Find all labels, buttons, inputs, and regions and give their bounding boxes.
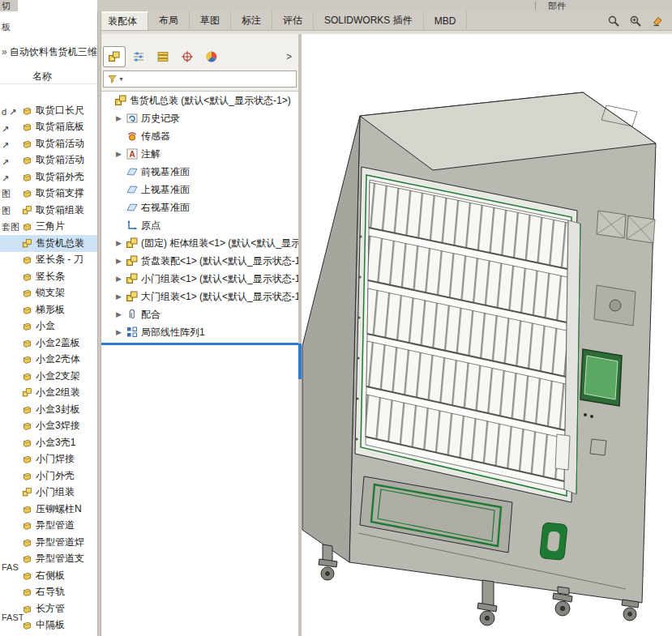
part-icon (22, 305, 32, 315)
tab-layout[interactable]: 布局 (148, 11, 190, 30)
propertymanager-tab[interactable] (127, 46, 150, 67)
file-name: 取货口长尺 (36, 104, 84, 117)
name-column-header[interactable]: 名称 (0, 68, 97, 84)
file-list-item[interactable]: 中隔板 (0, 617, 97, 634)
feature-tree-item[interactable]: ▶配合 (101, 305, 298, 323)
file-list-item[interactable]: 取货箱活动 (0, 152, 97, 169)
door-handle[interactable] (540, 523, 567, 561)
file-list-item[interactable]: 小门外壳 (0, 467, 97, 484)
origin-icon (126, 219, 139, 232)
expand-arrow[interactable]: ▶ (116, 328, 126, 336)
panel-splitter-left[interactable] (97, 11, 101, 636)
feature-tree-item[interactable]: ▶大门组装<1> (默认<默认_显示状态-1>) (101, 288, 298, 305)
button-dot[interactable] (584, 413, 587, 416)
file-list-item[interactable]: 小盒2盖板 (0, 335, 97, 352)
file-list-item[interactable]: 取货箱外壳 (0, 169, 97, 186)
expand-arrow[interactable]: ▶ (116, 150, 126, 158)
file-list-item[interactable]: 取货箱组装 (0, 202, 97, 219)
file-list-item[interactable]: 右侧板 (0, 567, 97, 584)
expand-arrow[interactable]: ▶ (116, 310, 126, 318)
file-list-item[interactable]: 梯形板 (0, 301, 97, 318)
file-list-item[interactable]: 取货箱活动 (0, 135, 97, 152)
magnifier-area-icon[interactable] (629, 15, 642, 28)
file-list-item[interactable]: 小盒2组装 (0, 385, 97, 402)
rollback-bar[interactable] (101, 343, 298, 345)
file-list-item[interactable]: 小盒3封板 (0, 401, 97, 418)
chevron-down-icon[interactable]: ▼ (118, 76, 124, 82)
display-screen[interactable] (584, 356, 618, 399)
expand-arrow[interactable]: ▶ (116, 239, 126, 247)
tab-solidworks-addins[interactable]: SOLIDWORKS 插件 (314, 11, 424, 30)
file-list-item[interactable]: 长方管 (0, 600, 97, 617)
vending-machine-model[interactable] (302, 34, 672, 636)
file-list-item[interactable]: 竖长条 - 刀 (0, 252, 97, 269)
feature-tree-item[interactable]: ▶注解 (101, 145, 298, 163)
file-list-item[interactable]: 取货箱底板 (0, 119, 97, 136)
feature-tree-root[interactable]: 售货机总装 (默认<默认_显示状态-1>) (101, 92, 298, 109)
feature-tree-item[interactable]: ▶历史记录 (101, 109, 298, 127)
file-list: 取货口长尺 取货箱底板 取货箱活动 取货箱活动 取货箱外壳 取货箱支撑 取货箱组… (0, 102, 97, 634)
coin-slot[interactable] (610, 300, 621, 311)
button-dot[interactable] (590, 415, 593, 418)
file-list-item[interactable]: 异型管道 (0, 518, 97, 535)
tab-mbd[interactable]: MBD (424, 11, 468, 30)
dimxpertmanager-tab[interactable] (176, 46, 199, 67)
tab-sketch[interactable]: 草图 (190, 11, 231, 30)
tab-overflow-chevron[interactable]: > (286, 51, 292, 62)
feature-tree-item[interactable]: 右视基准面 (101, 198, 298, 216)
file-list-item[interactable]: 异型管道支 (0, 551, 97, 568)
feature-tree-item[interactable]: 上视基准面 (101, 181, 298, 198)
feature-tree-item[interactable]: ▶(固定) 柜体组装<1> (默认<默认_显示状态-1>) (101, 234, 298, 252)
magnifier-icon[interactable] (607, 15, 620, 28)
part-icon (22, 537, 32, 548)
file-list-item[interactable]: 三角片 (0, 219, 97, 236)
featuremanager-tab[interactable] (103, 46, 126, 67)
feature-tree-item[interactable]: 传感器 (101, 127, 298, 145)
expand-arrow[interactable]: ▶ (116, 257, 126, 265)
feature-label: 大门组装<1> (默认<默认_显示状态-1>) (141, 290, 298, 304)
feature-tree-item[interactable]: 前视基准面 (101, 163, 298, 181)
file-list-item[interactable]: 取货口长尺 (0, 102, 97, 119)
file-list-item[interactable]: 右导轨 (0, 584, 97, 601)
bill-slot[interactable] (555, 434, 570, 470)
file-name: 右侧板 (36, 569, 65, 583)
file-list-item[interactable]: 小盒2壳体 (0, 352, 97, 369)
machine-left-face[interactable] (302, 116, 360, 562)
eraser-icon[interactable] (651, 15, 664, 28)
file-list-item[interactable]: 小盒3壳1 (0, 434, 97, 451)
feature-tree-item[interactable]: ▶局部线性阵列1 (101, 323, 298, 341)
file-list-item[interactable]: 锁支架 (0, 285, 97, 302)
tree-filter-field[interactable]: ▼ (103, 70, 297, 88)
breadcrumb[interactable]: » 自动饮料售货机三维 (0, 44, 97, 60)
panel-splitter-right[interactable] (298, 34, 302, 636)
file-list-item[interactable]: 取货箱支撑 (0, 186, 97, 203)
feature-tree-item[interactable]: ▶小门组装<1> (默认<默认_显示状态-1>) (101, 270, 298, 288)
file-list-item[interactable]: 小门焊接 (0, 451, 97, 468)
displaymanager-tab[interactable] (200, 46, 223, 67)
feature-tree-item[interactable]: 原点 (101, 216, 298, 234)
file-name: 小门外壳 (36, 469, 75, 483)
ribbon-tab-bar: 装配体 布局 草图 标注 评估 SOLIDWORKS 插件 MBD (97, 11, 672, 31)
feature-label: 原点 (141, 219, 161, 233)
file-name: 小盒2壳体 (36, 352, 80, 366)
splitter-handle[interactable] (298, 344, 302, 379)
tab-evaluate[interactable]: 评估 (272, 11, 314, 30)
file-list-item[interactable]: 异型管道焊 (0, 534, 97, 551)
expand-arrow[interactable]: ▶ (116, 275, 126, 283)
tab-annotation[interactable]: 标注 (231, 11, 272, 30)
file-list-item[interactable]: 竖长条 (0, 268, 97, 285)
file-list-item[interactable]: 压铆螺柱N (0, 501, 97, 518)
pattern-icon (126, 326, 139, 339)
feature-tree-item[interactable]: ▶货盘装配<1> (默认<默认_显示状态-1>) (101, 252, 298, 270)
file-name: 压铆螺柱N (36, 502, 82, 516)
file-list-item[interactable]: 小盒2支架 (0, 368, 97, 385)
file-list-item-selected[interactable]: 售货机总装 (0, 235, 97, 252)
configurationmanager-tab[interactable] (152, 46, 174, 67)
expand-arrow[interactable]: ▶ (116, 114, 126, 122)
file-list-item[interactable]: 小盒 (0, 318, 97, 335)
expand-arrow[interactable]: ▶ (116, 292, 126, 301)
graphics-viewport[interactable] (302, 34, 672, 636)
tab-assembly[interactable]: 装配体 (97, 11, 148, 30)
file-list-item[interactable]: 小盒3焊接 (0, 418, 97, 435)
file-list-item[interactable]: 小门组装 (0, 484, 97, 502)
